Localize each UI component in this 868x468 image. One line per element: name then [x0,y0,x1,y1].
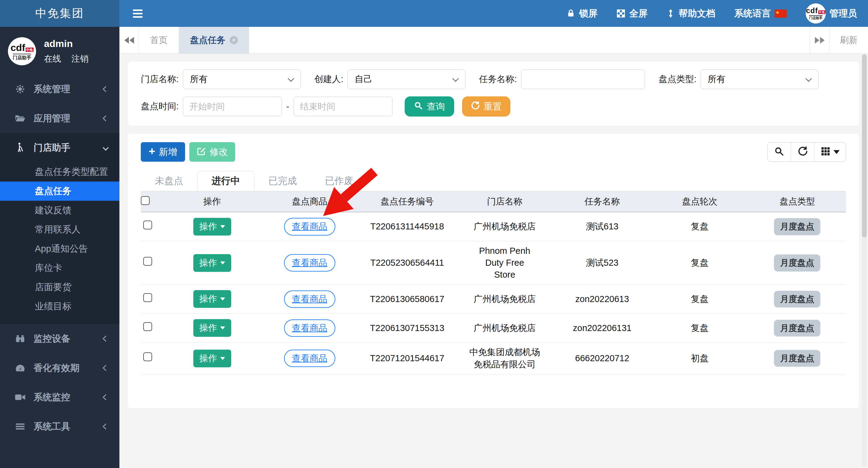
sidebar-item-perfume-expiry[interactable]: 香化有效期 [0,353,119,382]
view-goods-link[interactable]: 查看商品 [284,218,335,235]
table-columns-button[interactable] [814,142,846,161]
lock-screen-button[interactable]: 锁屏 [566,7,597,20]
row-checkbox[interactable] [143,221,152,229]
col-header-task-id: 盘点任务编号 [358,191,456,212]
sidebar-toggle-icon[interactable] [133,0,143,27]
type-badge: 月度盘点 [774,218,820,235]
table-row: 操作 查看商品 T22061307155313 广州机场免税店 zon20220… [141,313,846,343]
tabs-scroll-right-button[interactable] [810,27,829,54]
user-menu[interactable]: cdf中免 门店助手 管理员 [806,3,857,24]
tab-refresh-button[interactable]: 刷新 [829,27,868,54]
refresh-icon [471,101,480,112]
sidebar-subitem-common-contacts[interactable]: 常用联系人 [0,220,119,239]
gauge-icon [14,363,26,372]
row-action-dropdown[interactable]: 操作 [193,290,231,308]
sidebar-item-store-assistant[interactable]: 门店助手 [0,133,119,162]
sidebar-subitem-performance-target[interactable]: 业绩目标 [0,297,119,316]
chevron-left-icon [103,365,109,371]
sidebar-subitem-store-requisition[interactable]: 店面要货 [0,278,119,297]
edit-button[interactable]: 修改 [189,142,235,162]
user-avatar[interactable]: cdf中免 门店助手 [8,37,36,65]
store-name-select[interactable]: 所有 [183,70,301,89]
task-id-cell: T22061307155313 [358,313,456,343]
folder-open-icon [14,113,26,124]
inventory-type-select[interactable]: 所有 [701,70,818,89]
plus-icon: + [149,146,155,157]
tab-inventory-task[interactable]: 盘点任务 ✕ [179,27,249,54]
select-all-checkbox[interactable] [141,196,150,205]
table-row: 操作 查看商品 T22061311445918 广州机场免税店 测试613 复盘… [141,212,846,241]
help-docs-button[interactable]: 帮助文档 [666,7,715,20]
fullscreen-button[interactable]: 全屏 [616,7,648,20]
help-icon [666,9,675,18]
sidebar-subitem-suggestion-feedback[interactable]: 建议反馈 [0,201,119,220]
task-name-cell: 66620220712 [553,343,651,374]
lock-icon [566,9,576,18]
query-button[interactable]: 查询 [405,96,454,116]
creator-select[interactable]: 自己 [347,70,465,89]
view-goods-link[interactable]: 查看商品 [284,349,335,367]
type-badge: 月度盘点 [774,255,820,271]
username: admin [44,38,89,49]
edit-pencil-icon [197,146,206,158]
view-goods-link[interactable]: 查看商品 [284,320,335,337]
status-tab-voided[interactable]: 已作废 [311,171,367,191]
view-goods-link[interactable]: 查看商品 [284,254,335,271]
logout-link[interactable]: 注销 [71,53,89,65]
round-cell: 复盘 [651,313,748,343]
table-search-button[interactable] [768,142,791,161]
sidebar-subitem-bin-card[interactable]: 库位卡 [0,258,119,278]
inventory-task-table: 操作 盘点商品 盘点任务编号 门店名称 任务名称 盘点轮次 盘点类型 操作 [141,191,846,374]
tabs-scroll-left-button[interactable] [119,27,139,54]
list-icon [14,422,26,431]
table-refresh-button[interactable] [791,142,814,161]
row-checkbox[interactable] [143,353,152,361]
store-name-cell: 广州机场免税店 [456,212,553,241]
col-header-task-name: 任务名称 [553,191,651,212]
round-cell: 复盘 [651,241,748,285]
sidebar: cdf中免 门店助手 admin 在线 注销 系统管理 [0,27,119,468]
row-action-dropdown[interactable]: 操作 [193,349,231,367]
sidebar-subitem-app-notice[interactable]: App通知公告 [0,239,119,258]
status-tab-in-progress[interactable]: 进行中 [197,171,254,191]
sidebar-item-system-monitor[interactable]: 系统监控 [0,382,119,412]
sidebar-item-app-management[interactable]: 应用管理 [0,104,119,133]
close-icon[interactable]: ✕ [230,36,238,44]
row-action-dropdown[interactable]: 操作 [193,218,231,236]
avatar: cdf中免 门店助手 [806,3,826,24]
task-name-cell: 测试613 [553,212,651,241]
task-name-input[interactable] [521,70,645,89]
sidebar-subitem-inventory-task[interactable]: 盘点任务 [0,181,119,201]
status-tab-completed[interactable]: 已完成 [254,171,311,191]
scrollbar-thumb[interactable] [862,54,867,237]
app-logo: 中免集团 [0,0,119,27]
task-id-cell: T22052306564411 [358,241,456,285]
tab-home[interactable]: 首页 [139,27,179,54]
language-selector[interactable]: 系统语言 [734,7,787,20]
row-checkbox[interactable] [143,257,152,266]
row-checkbox[interactable] [143,322,152,331]
scroll-area: 门店名称: 所有 创建人: 自己 任务名称: 盘点类型: 所有 [119,54,868,468]
role-label: 管理员 [830,7,857,20]
start-time-input[interactable] [183,97,282,116]
chevron-left-icon [103,86,109,92]
topbar-actions: 锁屏 全屏 帮助文档 系统语言 cdf中免 门店助手 [566,0,868,27]
add-button[interactable]: + 新增 [141,142,185,162]
sidebar-item-monitor-devices[interactable]: 监控设备 [0,324,119,353]
date-range-separator: - [286,101,289,112]
round-cell: 复盘 [651,212,748,241]
end-time-input[interactable] [293,97,393,116]
sidebar-item-system-management[interactable]: 系统管理 [0,74,119,104]
reset-button[interactable]: 重置 [462,96,510,116]
type-badge: 月度盘点 [774,291,820,308]
chevron-down-icon [103,145,109,151]
table-row: 操作 查看商品 T22071201544617 中免集团成都机场免税品有限公司 … [141,343,846,374]
view-goods-link[interactable]: 查看商品 [284,291,335,308]
row-action-dropdown[interactable]: 操作 [193,319,231,337]
row-checkbox[interactable] [143,293,152,302]
row-action-dropdown[interactable]: 操作 [193,254,231,272]
sidebar-subitem-task-type-config[interactable]: 盘点任务类型配置 [0,162,119,181]
status-tab-not-counted[interactable]: 未盘点 [141,171,197,191]
inventory-time-label: 盘点时间: [141,100,179,112]
sidebar-item-system-tools[interactable]: 系统工具 [0,412,119,441]
